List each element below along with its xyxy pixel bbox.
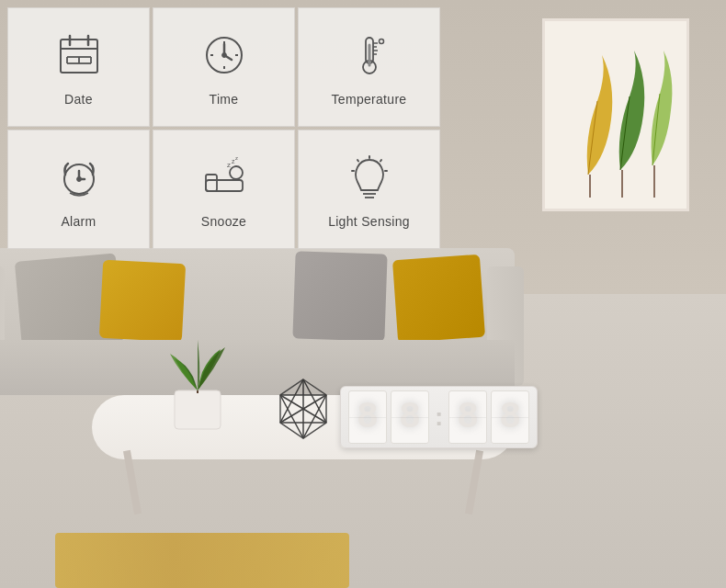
digit-4: 8 (491, 390, 529, 444)
digit-2: 8 (391, 390, 429, 444)
table-leg-right (465, 450, 483, 514)
digit-3: 8 (448, 390, 487, 444)
features-grid: Date Time (7, 7, 440, 249)
plant (165, 331, 230, 435)
svg-line-57 (357, 160, 358, 162)
digit-1: 8 (348, 390, 387, 444)
pillow-yellow-1 (99, 260, 186, 343)
svg-rect-4 (175, 390, 221, 429)
colon-separator: : (435, 404, 443, 430)
floor-rug (55, 533, 349, 588)
clock-display: 8 8 : 8 8 (340, 386, 538, 448)
svg-rect-45 (206, 180, 243, 191)
feature-tile-alarm[interactable]: Alarm (7, 130, 150, 249)
feature-label-date: Date (64, 92, 93, 107)
clock-body: 8 8 : 8 8 (340, 386, 538, 448)
feature-label-snooze: Snooze (201, 214, 246, 229)
svg-text:z: z (227, 161, 231, 169)
calendar-icon (51, 28, 107, 83)
feature-tile-light-sensing[interactable]: Light Sensing (298, 130, 440, 249)
wall-artwork (542, 18, 689, 211)
svg-text:z: z (235, 155, 238, 161)
snooze-icon: z z z (197, 150, 252, 205)
clock-icon (197, 28, 252, 83)
svg-line-55 (380, 160, 381, 162)
svg-point-32 (222, 53, 226, 57)
feature-label-alarm: Alarm (61, 214, 96, 229)
table-leg-left (123, 450, 142, 514)
svg-rect-16 (61, 40, 97, 73)
svg-point-44 (77, 177, 81, 181)
pillow-yellow-2 (392, 254, 485, 343)
bulb-icon (342, 150, 397, 205)
feature-tile-snooze[interactable]: z z z Snooze (153, 130, 295, 249)
feature-tile-date[interactable]: Date (7, 7, 150, 127)
feature-tile-time[interactable]: Time (153, 7, 295, 127)
feature-label-temperature: Temperature (332, 92, 407, 107)
thermometer-icon (342, 28, 397, 83)
svg-point-47 (230, 166, 243, 179)
feature-label-time: Time (210, 92, 239, 107)
feature-tile-temperature[interactable]: Temperature (298, 7, 440, 127)
svg-point-40 (379, 40, 383, 44)
feature-label-light-sensing: Light Sensing (328, 214, 410, 229)
svg-rect-46 (206, 175, 217, 191)
pillow-gray-2 (292, 251, 387, 341)
alarm-icon (51, 150, 107, 205)
geometric-decoration (267, 372, 340, 449)
